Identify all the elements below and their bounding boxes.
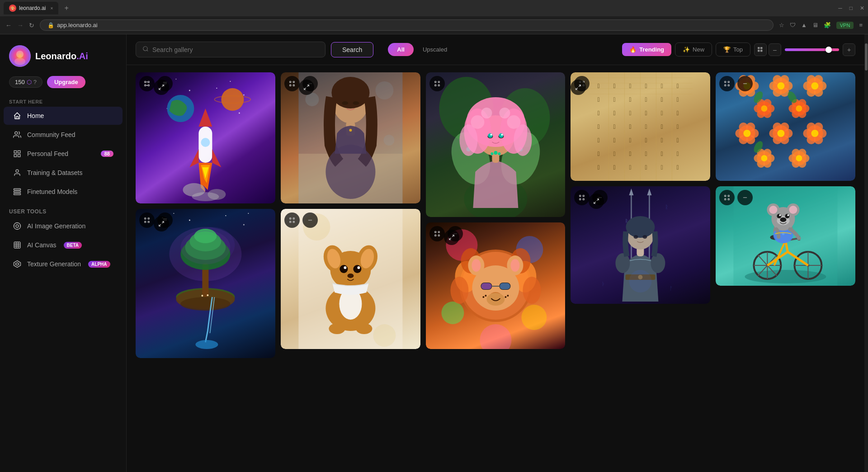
zoom-in-button[interactable]: + xyxy=(843,43,855,56)
extensions-icon[interactable]: 🧩 xyxy=(824,22,831,28)
svg-point-345 xyxy=(754,154,762,162)
maximize-button[interactable]: □ xyxy=(849,5,853,11)
remix-button[interactable] xyxy=(429,76,445,91)
sidebar-item-texture[interactable]: Texture Generation ALPHA xyxy=(4,255,123,273)
gallery-item[interactable] xyxy=(136,72,275,203)
new-label: New xyxy=(693,46,704,53)
personal-feed-count: 88 xyxy=(101,151,113,157)
expand-button[interactable] xyxy=(299,80,314,95)
svg-text:𓏏: 𓏏 xyxy=(598,137,600,144)
svg-point-72 xyxy=(180,297,230,311)
svg-text:𓅆: 𓅆 xyxy=(677,137,679,144)
zoom-slider[interactable] xyxy=(785,48,839,51)
zoom-out-button[interactable]: – xyxy=(769,43,781,56)
upgrade-button[interactable]: Upgrade xyxy=(47,76,85,88)
ai-canvas-label: AI Canvas xyxy=(27,241,57,249)
edit-button[interactable] xyxy=(737,190,753,205)
remix-button[interactable] xyxy=(284,212,300,228)
svg-point-162 xyxy=(480,324,511,349)
triangle-icon[interactable]: ▲ xyxy=(801,22,807,28)
svg-point-322 xyxy=(744,130,751,137)
back-button[interactable]: ← xyxy=(5,22,12,29)
sidebar-item-home[interactable]: Home xyxy=(4,107,123,125)
credits-count: 150 xyxy=(15,79,25,85)
gallery-item[interactable] xyxy=(716,186,855,286)
edit-button[interactable] xyxy=(737,76,753,91)
svg-point-96 xyxy=(353,101,359,105)
svg-text:𓏲: 𓏲 xyxy=(661,109,663,117)
search-button[interactable]: Search xyxy=(331,42,373,57)
grid-view-button[interactable] xyxy=(754,43,767,56)
filter-tab-upscaled[interactable]: Upscaled xyxy=(414,43,456,56)
svg-text:𓂊: 𓂊 xyxy=(661,123,663,130)
sidebar-item-training[interactable]: Training & Datasets xyxy=(4,164,123,182)
sidebar-item-ai-image[interactable]: AI Image Generation xyxy=(4,217,123,235)
forward-button[interactable]: → xyxy=(17,22,24,29)
svg-rect-54 xyxy=(148,81,149,83)
sidebar-item-personal[interactable]: Personal Feed 88 xyxy=(4,145,123,163)
url-text: app.leonardo.ai xyxy=(57,22,98,28)
expand-button[interactable] xyxy=(444,230,459,245)
remix-button[interactable] xyxy=(719,190,735,205)
svg-text:𓀭: 𓀭 xyxy=(629,137,632,144)
address-input[interactable]: 🔒 app.leonardo.ai xyxy=(40,19,774,31)
scroll-thumb[interactable] xyxy=(865,43,868,71)
active-tab[interactable]: 🎨 leonardo.ai × xyxy=(4,2,58,14)
reload-button[interactable]: ↻ xyxy=(29,22,34,29)
trending-button[interactable]: 🔥 Trending xyxy=(622,43,671,56)
new-button[interactable]: ✨ New xyxy=(675,42,712,57)
svg-rect-180 xyxy=(500,283,510,289)
svg-rect-397 xyxy=(725,195,726,197)
svg-rect-358 xyxy=(725,81,726,83)
sidebar-item-ai-canvas[interactable]: AI Canvas BETA xyxy=(4,236,123,254)
gallery-item[interactable] xyxy=(136,209,275,358)
close-window-button[interactable]: ✕ xyxy=(860,5,864,11)
expand-button[interactable] xyxy=(154,80,169,95)
gallery-item[interactable] xyxy=(426,72,566,217)
bookmark-icon[interactable]: ☆ xyxy=(779,22,784,28)
remix-button[interactable] xyxy=(284,76,300,91)
top-button[interactable]: 🏆 Top xyxy=(716,42,750,57)
remix-button[interactable] xyxy=(429,226,445,241)
svg-point-148 xyxy=(499,133,503,138)
gallery-item[interactable] xyxy=(426,222,566,349)
address-bar: ← → ↻ 🔒 app.leonardo.ai ☆ 🛡 ▲ 🖥 🧩 VPN ≡ xyxy=(0,16,868,34)
remix-button[interactable] xyxy=(719,76,735,91)
svg-marker-255 xyxy=(647,189,652,195)
filter-tab-all[interactable]: All xyxy=(388,43,414,56)
gallery-item[interactable] xyxy=(716,72,855,181)
shield-icon[interactable]: 🛡 xyxy=(790,22,796,28)
svg-point-305 xyxy=(754,104,762,113)
svg-text:𓊵: 𓊵 xyxy=(645,164,647,171)
sidebar-item-community[interactable]: Community Feed xyxy=(4,126,123,144)
new-tab-button[interactable]: + xyxy=(60,2,73,14)
svg-rect-122 xyxy=(290,218,291,219)
remix-button[interactable] xyxy=(139,76,155,91)
vpn-badge[interactable]: VPN xyxy=(836,22,854,29)
scrollbar[interactable] xyxy=(864,34,868,472)
gallery-item[interactable] xyxy=(281,72,420,203)
svg-text:𓈙: 𓈙 xyxy=(661,82,663,90)
svg-rect-154 xyxy=(434,81,436,83)
monitor-icon[interactable]: 🖥 xyxy=(812,22,818,28)
remix-button[interactable] xyxy=(574,190,590,205)
menu-icon[interactable]: ≡ xyxy=(859,22,863,28)
gallery-item[interactable] xyxy=(281,209,420,349)
remix-button[interactable] xyxy=(139,212,155,228)
edit-button[interactable] xyxy=(302,212,318,228)
minimize-button[interactable]: ─ xyxy=(838,5,842,11)
gallery-item[interactable]: ᛫ ᚱ ᚦ ᚨ ᚱ ᚢ ᚾ xyxy=(571,186,710,304)
window-controls: ─ □ ✕ xyxy=(838,5,864,11)
search-input[interactable] xyxy=(152,46,319,53)
svg-text:𓏭: 𓏭 xyxy=(629,164,632,171)
user-tools-section-label: User Tools xyxy=(0,201,126,217)
expand-button[interactable] xyxy=(154,216,169,231)
credits-help-icon[interactable]: ? xyxy=(33,79,37,85)
svg-text:𓊹: 𓊹 xyxy=(613,137,616,144)
tab-close-button[interactable]: × xyxy=(50,6,53,11)
gallery-item[interactable]: 𓅓 𓂋 𓆑 𓇯 𓏏 𓃭 𓊃 𓆣 𓅱 𓇼 𓂀 xyxy=(571,72,710,181)
svg-rect-82 xyxy=(145,218,146,219)
sidebar-item-finetuned[interactable]: Finetuned Models xyxy=(4,183,123,201)
search-icon xyxy=(142,46,149,53)
texture-icon xyxy=(13,260,22,269)
